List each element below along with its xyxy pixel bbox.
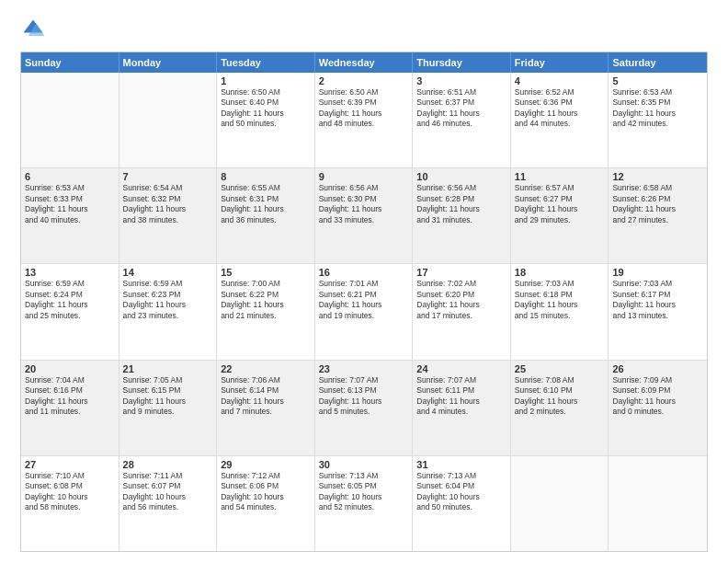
calendar-cell: 16Sunrise: 7:01 AM Sunset: 6:21 PM Dayli… (315, 264, 414, 359)
calendar-header: SundayMondayTuesdayWednesdayThursdayFrid… (21, 52, 707, 73)
day-number: 1 (221, 75, 311, 86)
cell-info: Sunrise: 6:53 AM Sunset: 6:35 PM Dayligh… (612, 87, 703, 130)
cell-info: Sunrise: 7:07 AM Sunset: 6:13 PM Dayligh… (319, 375, 409, 418)
day-number: 4 (515, 75, 605, 86)
cell-info: Sunrise: 7:13 AM Sunset: 6:05 PM Dayligh… (319, 471, 409, 513)
day-number: 6 (25, 171, 115, 182)
calendar-cell: 7Sunrise: 6:54 AM Sunset: 6:32 PM Daylig… (119, 168, 218, 263)
day-number: 17 (416, 267, 506, 278)
calendar-cell: 28Sunrise: 7:11 AM Sunset: 6:07 PM Dayli… (119, 456, 218, 551)
day-number: 23 (319, 363, 409, 374)
cell-info: Sunrise: 7:11 AM Sunset: 6:07 PM Dayligh… (123, 471, 213, 513)
calendar-cell: 17Sunrise: 7:02 AM Sunset: 6:20 PM Dayli… (413, 264, 511, 359)
day-number: 14 (123, 267, 213, 278)
day-number: 13 (25, 267, 115, 278)
day-number: 8 (221, 171, 311, 182)
day-number: 27 (25, 459, 115, 470)
cell-info: Sunrise: 7:06 AM Sunset: 6:14 PM Dayligh… (221, 375, 311, 418)
calendar-row-4: 20Sunrise: 7:04 AM Sunset: 6:16 PM Dayli… (21, 360, 707, 455)
day-number: 10 (416, 171, 506, 182)
calendar-cell: 8Sunrise: 6:55 AM Sunset: 6:31 PM Daylig… (217, 168, 315, 263)
cell-info: Sunrise: 7:03 AM Sunset: 6:17 PM Dayligh… (612, 279, 703, 321)
day-number: 31 (416, 459, 506, 470)
page: SundayMondayTuesdayWednesdayThursdayFrid… (0, 0, 728, 563)
cell-info: Sunrise: 7:05 AM Sunset: 6:15 PM Dayligh… (123, 375, 213, 418)
cell-info: Sunrise: 6:50 AM Sunset: 6:40 PM Dayligh… (221, 87, 311, 130)
calendar-cell: 18Sunrise: 7:03 AM Sunset: 6:18 PM Dayli… (511, 264, 609, 359)
calendar-body: 1Sunrise: 6:50 AM Sunset: 6:40 PM Daylig… (21, 73, 707, 551)
cell-info: Sunrise: 6:54 AM Sunset: 6:32 PM Dayligh… (123, 183, 213, 225)
day-number: 11 (515, 171, 605, 182)
calendar-cell: 21Sunrise: 7:05 AM Sunset: 6:15 PM Dayli… (119, 361, 218, 455)
cell-info: Sunrise: 7:08 AM Sunset: 6:10 PM Dayligh… (515, 375, 605, 418)
cell-info: Sunrise: 7:00 AM Sunset: 6:22 PM Dayligh… (221, 279, 311, 321)
cell-info: Sunrise: 7:13 AM Sunset: 6:04 PM Dayligh… (416, 471, 506, 513)
calendar-row-5: 27Sunrise: 7:10 AM Sunset: 6:08 PM Dayli… (21, 455, 707, 551)
header-day-tuesday: Tuesday (217, 52, 315, 73)
cell-info: Sunrise: 7:04 AM Sunset: 6:16 PM Dayligh… (25, 375, 115, 418)
cell-info: Sunrise: 7:03 AM Sunset: 6:18 PM Dayligh… (515, 279, 605, 321)
calendar-cell: 11Sunrise: 6:57 AM Sunset: 6:27 PM Dayli… (511, 168, 609, 263)
cell-info: Sunrise: 6:52 AM Sunset: 6:36 PM Dayligh… (515, 87, 605, 130)
day-number: 18 (515, 267, 605, 278)
day-number: 12 (612, 171, 703, 182)
day-number: 26 (612, 363, 703, 374)
day-number: 21 (123, 363, 213, 374)
cell-info: Sunrise: 6:55 AM Sunset: 6:31 PM Dayligh… (221, 183, 311, 225)
calendar-cell: 25Sunrise: 7:08 AM Sunset: 6:10 PM Dayli… (511, 361, 609, 455)
cell-info: Sunrise: 7:12 AM Sunset: 6:06 PM Dayligh… (221, 471, 311, 513)
calendar-cell: 10Sunrise: 6:56 AM Sunset: 6:28 PM Dayli… (413, 168, 511, 263)
cell-info: Sunrise: 6:50 AM Sunset: 6:39 PM Dayligh… (319, 87, 409, 130)
day-number: 2 (319, 75, 409, 86)
cell-info: Sunrise: 6:51 AM Sunset: 6:37 PM Dayligh… (416, 87, 506, 130)
cell-info: Sunrise: 7:07 AM Sunset: 6:11 PM Dayligh… (416, 375, 506, 418)
calendar-cell: 24Sunrise: 7:07 AM Sunset: 6:11 PM Dayli… (413, 361, 511, 455)
cell-info: Sunrise: 7:09 AM Sunset: 6:09 PM Dayligh… (612, 375, 703, 418)
day-number: 5 (612, 75, 703, 86)
logo-icon (20, 17, 46, 42)
calendar-cell: 15Sunrise: 7:00 AM Sunset: 6:22 PM Dayli… (217, 264, 315, 359)
calendar-row-3: 13Sunrise: 6:59 AM Sunset: 6:24 PM Dayli… (21, 263, 707, 359)
calendar-cell: 14Sunrise: 6:59 AM Sunset: 6:23 PM Dayli… (119, 264, 218, 359)
cell-info: Sunrise: 6:58 AM Sunset: 6:26 PM Dayligh… (612, 183, 703, 225)
calendar-cell: 2Sunrise: 6:50 AM Sunset: 6:39 PM Daylig… (315, 73, 414, 167)
calendar: SundayMondayTuesdayWednesdayThursdayFrid… (20, 52, 708, 552)
day-number: 7 (123, 171, 213, 182)
day-number: 3 (416, 75, 506, 86)
header-day-sunday: Sunday (21, 52, 119, 73)
header-day-wednesday: Wednesday (315, 52, 414, 73)
day-number: 15 (221, 267, 311, 278)
calendar-cell (119, 73, 218, 167)
calendar-cell: 4Sunrise: 6:52 AM Sunset: 6:36 PM Daylig… (511, 73, 609, 167)
cell-info: Sunrise: 7:02 AM Sunset: 6:20 PM Dayligh… (416, 279, 506, 321)
calendar-cell: 29Sunrise: 7:12 AM Sunset: 6:06 PM Dayli… (217, 456, 315, 551)
header-day-friday: Friday (511, 52, 609, 73)
cell-info: Sunrise: 6:59 AM Sunset: 6:23 PM Dayligh… (123, 279, 213, 321)
day-number: 30 (319, 459, 409, 470)
calendar-cell: 26Sunrise: 7:09 AM Sunset: 6:09 PM Dayli… (609, 361, 707, 455)
calendar-cell: 20Sunrise: 7:04 AM Sunset: 6:16 PM Dayli… (21, 361, 119, 455)
calendar-cell: 12Sunrise: 6:58 AM Sunset: 6:26 PM Dayli… (609, 168, 707, 263)
calendar-cell (21, 73, 119, 167)
cell-info: Sunrise: 7:01 AM Sunset: 6:21 PM Dayligh… (319, 279, 409, 321)
calendar-cell: 23Sunrise: 7:07 AM Sunset: 6:13 PM Dayli… (315, 361, 414, 455)
cell-info: Sunrise: 7:10 AM Sunset: 6:08 PM Dayligh… (25, 471, 115, 513)
cell-info: Sunrise: 6:59 AM Sunset: 6:24 PM Dayligh… (25, 279, 115, 321)
day-number: 20 (25, 363, 115, 374)
day-number: 29 (221, 459, 311, 470)
calendar-cell: 31Sunrise: 7:13 AM Sunset: 6:04 PM Dayli… (413, 456, 511, 551)
cell-info: Sunrise: 6:56 AM Sunset: 6:28 PM Dayligh… (416, 183, 506, 225)
calendar-cell: 6Sunrise: 6:53 AM Sunset: 6:33 PM Daylig… (21, 168, 119, 263)
day-number: 9 (319, 171, 409, 182)
calendar-row-2: 6Sunrise: 6:53 AM Sunset: 6:33 PM Daylig… (21, 167, 707, 263)
day-number: 16 (319, 267, 409, 278)
calendar-cell: 19Sunrise: 7:03 AM Sunset: 6:17 PM Dayli… (609, 264, 707, 359)
calendar-cell: 5Sunrise: 6:53 AM Sunset: 6:35 PM Daylig… (609, 73, 707, 167)
calendar-cell: 22Sunrise: 7:06 AM Sunset: 6:14 PM Dayli… (217, 361, 315, 455)
header-day-saturday: Saturday (609, 52, 707, 73)
day-number: 19 (612, 267, 703, 278)
header (20, 17, 708, 42)
calendar-cell: 3Sunrise: 6:51 AM Sunset: 6:37 PM Daylig… (413, 73, 511, 167)
calendar-cell: 27Sunrise: 7:10 AM Sunset: 6:08 PM Dayli… (21, 456, 119, 551)
calendar-cell: 13Sunrise: 6:59 AM Sunset: 6:24 PM Dayli… (21, 264, 119, 359)
